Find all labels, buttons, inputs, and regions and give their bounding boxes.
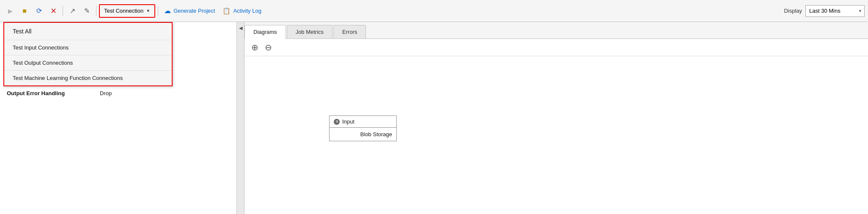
dropdown-item-test-output[interactable]: Test Output Connections (4, 55, 172, 71)
dropdown-item-test-input[interactable]: Test Input Connections (4, 40, 172, 55)
activity-log-icon: 📋 (222, 7, 231, 15)
property-row-output-error-handling: Output Error Handling Drop (0, 88, 236, 99)
node-body: Blob Storage (330, 128, 396, 141)
node-settings-icon: ⚙ (334, 119, 340, 125)
zoom-out-button[interactable]: ⊖ (262, 41, 274, 53)
dropdown-item-test-ml[interactable]: Test Machine Learning Function Connectio… (4, 71, 172, 85)
collapse-icon: ◀ (239, 25, 242, 31)
separator-2 (96, 6, 96, 16)
zoom-in-icon: ⊕ (251, 42, 258, 52)
tabs-bar: Diagrams Job Metrics Errors (244, 22, 868, 39)
output-error-handling-label: Output Error Handling (7, 90, 100, 96)
stop-button[interactable]: ■ (18, 4, 31, 18)
play-icon: ▶ (8, 8, 13, 14)
tab-job-metrics[interactable]: Job Metrics (287, 25, 332, 38)
test-connection-button[interactable]: Test Connection ▼ (99, 4, 155, 18)
refresh-button[interactable]: ⟳ (32, 4, 46, 18)
refresh-icon: ⟳ (36, 7, 42, 15)
node-header: ⚙ Input (330, 116, 396, 128)
diagram-node-input-blob[interactable]: ⚙ Input Blob Storage (329, 115, 397, 141)
toolbar-right: Display Last 30 Mins Last 1 Hour Last 6 … (784, 5, 865, 17)
output-error-handling-value: Drop (100, 90, 112, 96)
test-connection-dropdown-icon: ▼ (146, 8, 150, 13)
export-icon: ↗ (70, 7, 75, 15)
edit-button[interactable]: ✎ (80, 4, 93, 18)
generate-project-icon: ☁ (164, 7, 171, 15)
generate-project-label: Generate Project (173, 8, 215, 14)
node-subtitle: Blob Storage (360, 131, 392, 137)
diagram-toolbar: ⊕ ⊖ (244, 39, 868, 56)
node-title: Input (342, 118, 354, 125)
display-select[interactable]: Last 30 Mins Last 1 Hour Last 6 Hours La… (805, 5, 865, 17)
stop-icon: ■ (22, 7, 27, 15)
display-select-wrapper: Last 30 Mins Last 1 Hour Last 6 Hours La… (805, 5, 865, 17)
collapse-panel-button[interactable]: ◀ (237, 22, 244, 214)
delete-button[interactable]: ✕ (47, 4, 60, 18)
tab-errors[interactable]: Errors (333, 25, 366, 38)
separator-3 (158, 6, 158, 16)
edit-icon: ✎ (84, 7, 90, 15)
test-connection-label: Test Connection (104, 8, 143, 14)
export-button[interactable]: ↗ (66, 4, 79, 18)
diagram-area: ⊕ ⊖ ⚙ Input Blob Storage (244, 39, 868, 214)
dropdown-item-test-all[interactable]: Test All (4, 23, 172, 40)
activity-log-label: Activity Log (233, 8, 261, 14)
tab-diagrams[interactable]: Diagrams (244, 25, 286, 39)
display-label: Display (784, 8, 802, 14)
zoom-in-button[interactable]: ⊕ (249, 41, 261, 53)
delete-icon: ✕ (50, 6, 57, 16)
play-button[interactable]: ▶ (3, 4, 17, 18)
activity-log-link[interactable]: 📋 Activity Log (219, 4, 264, 18)
separator-1 (63, 6, 63, 16)
generate-project-link[interactable]: ☁ Generate Project (161, 4, 218, 18)
toolbar: ▶ ■ ⟳ ✕ ↗ ✎ Test Connection ▼ ☁ Generate… (0, 0, 868, 22)
zoom-out-icon: ⊖ (265, 42, 272, 52)
right-panel: Diagrams Job Metrics Errors ⊕ ⊖ ⚙ (244, 22, 868, 214)
test-connection-dropdown: Test All Test Input Connections Test Out… (3, 22, 173, 86)
